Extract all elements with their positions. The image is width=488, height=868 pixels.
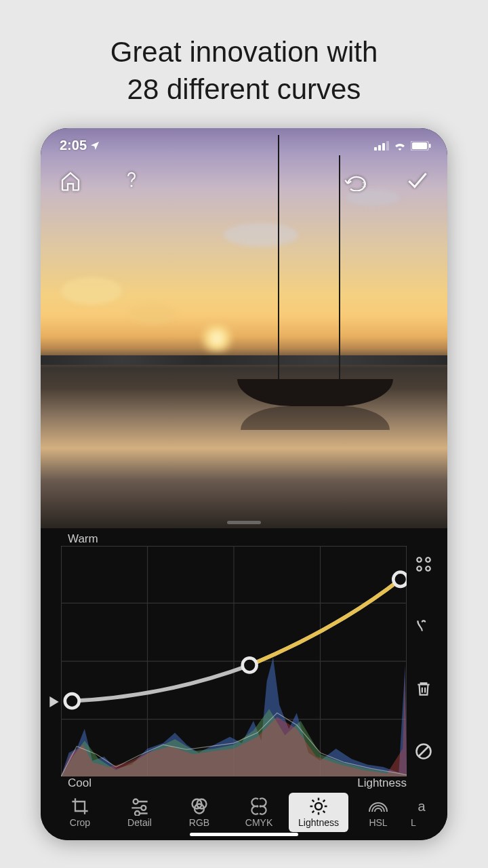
battery-icon	[411, 141, 431, 151]
curve-reset-button[interactable]	[412, 740, 435, 763]
drag-handle[interactable]	[227, 521, 261, 524]
curve-draw-button[interactable]	[412, 615, 435, 638]
svg-point-29	[135, 811, 140, 816]
curve-grid[interactable]	[61, 546, 407, 776]
crop-icon	[70, 797, 89, 816]
reset-icon	[414, 742, 433, 761]
tab-label: L	[411, 817, 416, 828]
photo-preview[interactable]: 2:05 1	[41, 128, 447, 528]
check-icon	[406, 172, 429, 191]
tab-lightness[interactable]: Lightness	[289, 793, 348, 832]
svg-point-25	[134, 800, 138, 804]
curve-delete-button[interactable]	[412, 677, 435, 701]
top-toolbar: 1	[41, 169, 447, 193]
wifi-icon	[393, 141, 407, 151]
tab-hsl[interactable]: HSL	[348, 793, 408, 832]
tab-label: Crop	[70, 817, 90, 828]
svg-line-24	[419, 747, 428, 756]
svg-point-20	[426, 557, 430, 562]
tab-label: Detail	[127, 817, 152, 828]
svg-rect-2	[382, 143, 385, 151]
trash-icon	[415, 680, 432, 698]
svg-text:1: 1	[362, 180, 366, 189]
svg-rect-5	[412, 142, 427, 149]
tab-label: HSL	[369, 817, 387, 828]
undo-icon: 1	[344, 171, 369, 191]
cmyk-icon	[249, 797, 268, 816]
svg-point-22	[426, 566, 430, 571]
tab-rgb[interactable]: RGB	[169, 793, 229, 832]
grid-dots-icon	[415, 555, 432, 573]
svg-line-42	[323, 800, 325, 802]
svg-point-34	[315, 803, 322, 810]
home-indicator[interactable]	[190, 833, 298, 836]
status-time: 2:05	[60, 138, 87, 153]
status-bar: 2:05	[41, 128, 447, 153]
curve-side-tools	[407, 546, 441, 776]
signal-icon	[374, 141, 389, 151]
detail-icon	[130, 797, 149, 816]
tab-cmyk[interactable]: CMYK	[229, 793, 289, 832]
svg-rect-3	[386, 141, 389, 151]
curve-axis-top-label: Warm	[68, 532, 441, 546]
undo-button[interactable]: 1	[344, 169, 369, 193]
text-icon: a	[411, 797, 428, 816]
curve-axis-bottom-left-label: Cool	[68, 776, 92, 790]
svg-point-17	[243, 658, 257, 672]
phone-frame: 2:05 1	[41, 128, 447, 840]
home-icon	[60, 170, 81, 192]
promo-line-2: 28 different curves	[14, 71, 474, 108]
tab-next-partial[interactable]: a L	[408, 793, 428, 832]
svg-rect-0	[374, 147, 377, 151]
location-icon	[89, 140, 100, 151]
tab-crop[interactable]: Crop	[50, 793, 110, 832]
help-button[interactable]	[119, 169, 144, 193]
svg-point-16	[65, 694, 79, 708]
svg-rect-1	[378, 145, 381, 151]
promo-headline: Great innovation with 28 different curve…	[0, 0, 488, 128]
svg-line-39	[312, 800, 314, 802]
freehand-icon	[415, 618, 432, 635]
curve-editor: Warm	[41, 528, 447, 840]
help-icon	[121, 170, 142, 193]
svg-line-40	[323, 811, 325, 813]
rgb-icon	[190, 797, 209, 816]
svg-point-27	[141, 806, 146, 810]
svg-line-41	[312, 811, 314, 813]
svg-point-18	[393, 572, 407, 587]
promo-line-1: Great innovation with	[14, 34, 474, 71]
svg-point-21	[417, 566, 422, 571]
curve-axis-bottom-right-label: Lightness	[357, 776, 407, 790]
svg-rect-6	[429, 144, 431, 148]
play-indicator-icon	[49, 696, 59, 707]
confirm-button[interactable]	[405, 169, 430, 193]
brightness-icon	[308, 796, 329, 816]
tab-label: Lightness	[298, 817, 339, 828]
svg-point-19	[417, 557, 422, 562]
tab-label: CMYK	[245, 817, 272, 828]
svg-point-7	[131, 185, 133, 187]
home-button[interactable]	[58, 169, 83, 193]
tab-label: RGB	[189, 817, 209, 828]
hsl-icon	[368, 798, 388, 814]
tab-detail[interactable]: Detail	[110, 793, 169, 832]
curve-points-button[interactable]	[412, 553, 435, 576]
